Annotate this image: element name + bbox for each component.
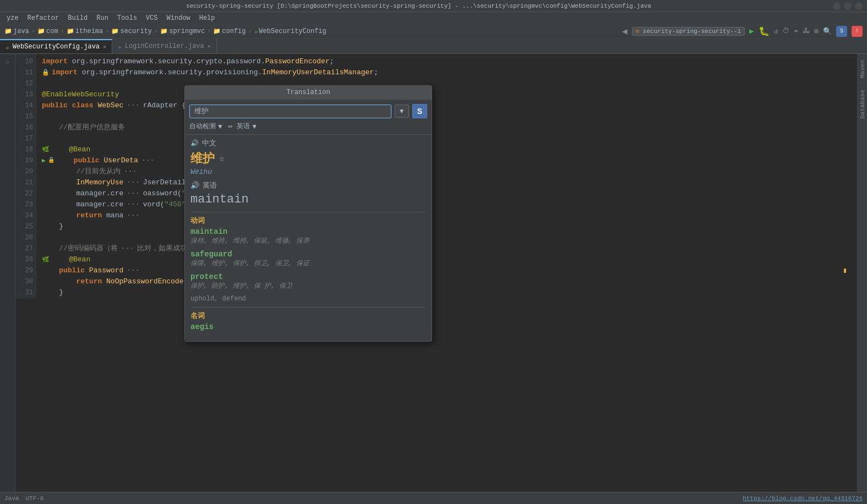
refresh-icon[interactable]: ↺ — [774, 27, 778, 36]
maven-panel-tab[interactable]: Maven — [858, 54, 867, 84]
lang-swap-button[interactable]: ⇔ — [228, 122, 232, 131]
code-line-21: InMemoryUse ··· JserDetailsManager(); — [42, 177, 857, 188]
breadcrumb-security[interactable]: security — [120, 28, 152, 35]
entry-secondary-text: uphold, defend — [190, 295, 426, 303]
tab-websecurity[interactable]: ☕ WebSecurityConfig.java ✕ — [0, 39, 112, 53]
pos-noun-label: 名词 — [190, 311, 426, 321]
breadcrumb-springmvc[interactable]: springmvc — [169, 28, 205, 35]
csdn-link[interactable]: https://blog.csdn.net/qq_44316726 — [743, 495, 863, 502]
entry-word-aegis: aegis — [190, 322, 426, 331]
breadcrumb-websecurity[interactable]: WebSecurityConfig — [259, 28, 326, 35]
deploy-icon[interactable]: 🖧 — [803, 27, 810, 35]
breadcrumb-item: 📁 java — [4, 28, 29, 35]
entry-synonyms-safeguard: 保障, 维护, 保护, 捍卫, 保卫, 保证 — [190, 259, 426, 268]
tab-web-icon: ☕ — [6, 43, 9, 51]
tab-close-logincontroller[interactable]: ✕ — [208, 43, 211, 50]
breadcrumb-com[interactable]: com — [46, 28, 58, 35]
auto-detect-button[interactable]: 自动检测 ▼ — [189, 122, 223, 131]
target-lang-dropdown-icon: ▼ — [251, 123, 258, 130]
branch-selector[interactable]: m security-spring-security--1 — [632, 27, 745, 36]
status-text: Java — [4, 495, 19, 502]
menu-item-build[interactable]: Build — [63, 13, 92, 23]
entry-synonyms-protect: 保护, 防护, 维护, 保 护, 保卫 — [190, 281, 426, 291]
debug-icon[interactable]: 🐛 — [759, 26, 770, 37]
status-bar: Java UTF-8 https://blog.csdn.net/qq_4431… — [0, 492, 867, 504]
branch-label: security-spring-security--1 — [643, 28, 741, 35]
status-bar-right: https://blog.csdn.net/qq_44316726 — [743, 495, 863, 502]
code-line-26 — [42, 232, 857, 243]
folder-icon: 📁 — [37, 28, 45, 35]
audio-target-icon[interactable]: 🔊 — [190, 181, 199, 190]
section-divider-1 — [190, 212, 426, 212]
input-dropdown-button[interactable]: ▼ — [395, 105, 409, 118]
auto-detect-dropdown-icon: ▼ — [217, 123, 223, 130]
sidebar-bookmark-icon[interactable]: ☆ — [2, 56, 13, 67]
line-numbers: 10 11 12 13 14 15 16 17 18 19 20 21 22 2… — [15, 54, 36, 298]
entry-word-protect: protect — [190, 272, 426, 281]
title-bar: security-spring-security [D:\SpringBootP… — [0, 0, 867, 12]
breadcrumb-java[interactable]: java — [13, 28, 29, 35]
translation-entry-protect: protect 保护, 防护, 维护, 保 护, 保卫 — [190, 272, 426, 291]
breadcrumb-item: 📁 itheima — [67, 28, 103, 35]
breadcrumb-bar: 📁 java › 📁 com › 📁 itheima › 📁 security … — [0, 24, 867, 39]
code-line-15 — [42, 111, 857, 122]
minimize-button[interactable]: — — [833, 2, 841, 10]
code-line-25: } — [42, 221, 857, 232]
bookmark-icon[interactable]: ⊞ — [814, 27, 819, 36]
folder-icon: 📁 — [213, 28, 221, 35]
coverage-icon[interactable]: ☂ — [794, 27, 798, 36]
translation-entry-secondary: uphold, defend — [190, 295, 426, 303]
entry-word-maintain: maintain — [190, 227, 426, 236]
breadcrumb-itheima[interactable]: itheima — [75, 28, 103, 35]
target-lang-button[interactable]: 英语 ▼ — [237, 122, 258, 131]
translation-popup: Translation ▼ S 自动检测 ▼ ⇔ 英语 ▼ 🔊 中文 维护 ☆ … — [184, 85, 432, 342]
popup-content[interactable]: 🔊 中文 维护 ☆ Wéihù 🔊 英语 maintain 动词 maintai… — [185, 135, 432, 341]
menu-item-refactor[interactable]: Refactor — [23, 13, 64, 23]
menu-item-window[interactable]: Window — [162, 13, 194, 23]
notification-icon[interactable]: ! — [852, 26, 863, 37]
target-lang-label: 英语 — [237, 122, 250, 131]
breadcrumb-sep: › — [154, 28, 158, 35]
section-divider-2 — [190, 307, 426, 308]
breadcrumb-sep: › — [61, 28, 64, 35]
pinyin-text: Wéihù — [190, 168, 426, 176]
run-button[interactable]: ▶ — [749, 26, 754, 36]
menu-item-analyze[interactable]: yze — [2, 13, 23, 23]
maven-icon: m — [636, 28, 640, 35]
bean-icon-28: 🌿 — [42, 254, 50, 265]
tab-logincontroller[interactable]: ☕ LoginController.java ✕ — [112, 39, 217, 53]
translate-button[interactable]: S — [412, 104, 427, 118]
database-panel-tab[interactable]: Database — [858, 84, 867, 124]
user-avatar[interactable]: S — [836, 26, 847, 37]
popup-lang-row: 自动检测 ▼ ⇔ 英语 ▼ — [185, 120, 432, 134]
menu-item-run[interactable]: Run — [92, 13, 113, 23]
profile-icon[interactable]: ⏱ — [782, 27, 789, 35]
code-editor[interactable]: 10 11 12 13 14 15 16 17 18 19 20 21 22 2… — [15, 54, 857, 492]
menu-item-vcs[interactable]: VCS — [141, 13, 162, 23]
menu-item-help[interactable]: Help — [195, 13, 220, 23]
code-line-22: manager.cre ··· oassword( "123" ).author… — [42, 188, 857, 199]
back-arrow-icon[interactable]: ◀ — [622, 26, 628, 37]
scroll-marker — [844, 269, 846, 273]
menu-item-tools[interactable]: Tools — [113, 13, 141, 23]
entry-synonyms-maintain: 保持, 维持, 维持, 保留, 维修, 保养 — [190, 236, 426, 245]
tab-close-websecurity[interactable]: ✕ — [103, 43, 106, 50]
code-line-19: ▶ 🔒 public UserDeta ··· — [42, 155, 857, 166]
breadcrumb-sep: › — [31, 28, 35, 35]
close-button[interactable]: ✕ — [855, 2, 863, 10]
code-line-12 — [42, 78, 857, 89]
maximize-button[interactable]: □ — [844, 2, 852, 10]
breadcrumb-config[interactable]: config — [222, 28, 246, 35]
main-translation-text: maintain — [190, 193, 426, 206]
target-lang-header: 🔊 英语 — [190, 180, 426, 190]
main-word-display: 维护 ☆ — [190, 150, 426, 167]
breadcrumb-item: 📁 config — [213, 28, 246, 35]
audio-source-icon[interactable]: 🔊 — [190, 139, 199, 147]
translation-input[interactable] — [189, 105, 391, 118]
search-icon[interactable]: 🔍 — [823, 27, 832, 36]
editor-area: ☆ 10 11 12 13 14 15 16 17 18 19 20 21 22… — [0, 54, 867, 492]
favorite-star-icon[interactable]: ☆ — [219, 153, 225, 164]
breadcrumb-item: ☕ WebSecurityConfig — [254, 28, 326, 35]
folder-icon: 📁 — [111, 28, 119, 35]
folder-icon: 📁 — [67, 28, 74, 35]
